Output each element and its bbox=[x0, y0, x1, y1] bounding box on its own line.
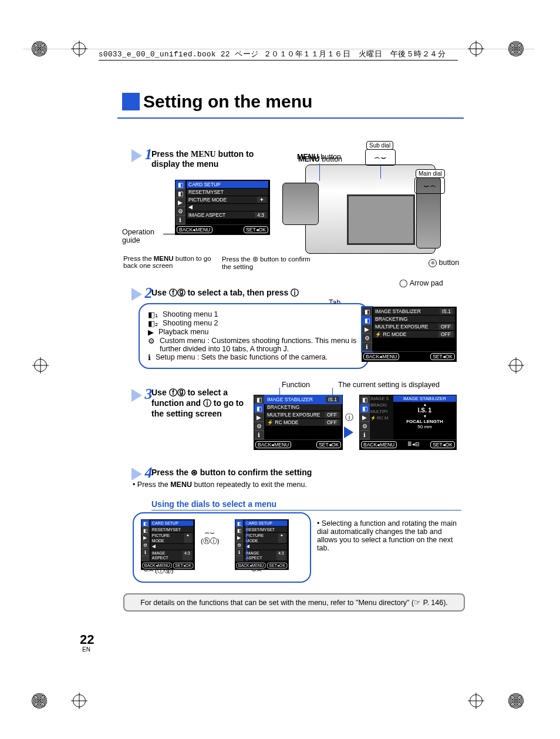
dial-v-symbol: (ⓕⓖ) bbox=[155, 566, 174, 575]
step3-lcd-a: ◧◧▶⚙ℹ IMAGE STABILIZERIS.1 BRACKETING MU… bbox=[254, 395, 343, 450]
page-title: Setting on the menu bbox=[143, 92, 312, 112]
dials-bullet: • Selecting a function and rotating the … bbox=[317, 519, 458, 552]
page-lang: EN bbox=[82, 646, 90, 653]
current-setting-label: The current setting is displayed bbox=[338, 381, 440, 389]
step2-heading: Use ⓕⓖ to select a tab, then press ⓘ bbox=[151, 288, 299, 298]
callout-sub-dial: Sub dial bbox=[366, 141, 393, 150]
operation-guide-label: Operation guide bbox=[122, 228, 163, 244]
step2-lcd: ◧◧▶⚙ℹ IMAGE STABILIZERIS.1 BRACKETING MU… bbox=[362, 307, 457, 362]
step1-lcd: ◧◧▶⚙ℹ CARD SETUP RESET/MYSET PICTURE MOD… bbox=[175, 180, 270, 235]
callout-ok-button: ⊛ button bbox=[429, 258, 459, 267]
step1-heading: Press the MENU button to display the men… bbox=[151, 149, 269, 169]
step3-heading: Use ⓕⓖ to select a function and ⓘ to go … bbox=[151, 388, 251, 418]
callout-main-dial: Main dial bbox=[416, 169, 445, 178]
step4-heading: Press the ⊛ button to confirm the settin… bbox=[151, 468, 312, 477]
page-number: 22 bbox=[80, 632, 94, 647]
step1-note-back: Press the MENU button to go back one scr… bbox=[123, 255, 217, 269]
dials-box: ◧◧▶⚙ℹ CARD SETUP RESET/MYSET PICTURE MOD… bbox=[133, 512, 311, 583]
dials-heading: Using the dials to select a menu bbox=[151, 499, 461, 510]
arrow-right-icon bbox=[344, 426, 353, 438]
main-dial-icon: ⌣⌢ bbox=[143, 565, 154, 575]
right-d-pad-icon: ⓘ bbox=[345, 412, 353, 423]
step4-bullet: • Press the MENU button repeatedly to ex… bbox=[133, 481, 307, 489]
callout-menu-button-real: MENU button bbox=[297, 153, 341, 161]
callout-arrow-pad: ◯ Arrow pad bbox=[399, 278, 443, 287]
step3-lcd-b: ◧◧▶⚙ℹ IMAGE S BRACKI MULTIPI ⚡ RC M IMAG… bbox=[359, 395, 457, 450]
main-dial-icon: ⌣⌢ bbox=[414, 177, 445, 194]
main-dial-icon: ⌣⌢ bbox=[251, 565, 262, 575]
dial-h-symbol: (ⓗⓘ) bbox=[201, 537, 220, 546]
step2-menu-types: ◧₁Shooting menu 1 ◧₂Shooting menu 2 ▶Pla… bbox=[139, 303, 369, 369]
function-label: Function bbox=[282, 381, 310, 389]
sub-dial-icon: ⌢⌣ bbox=[365, 149, 396, 166]
frame-meta: s0033_e_00_0_unified.book 22 ページ ２０１０年１１… bbox=[99, 49, 458, 59]
footer-note: For details on the functions that can be… bbox=[123, 593, 465, 612]
title-marker-icon bbox=[122, 93, 140, 110]
sub-dial-icon: ⌢⌣ bbox=[204, 528, 215, 538]
